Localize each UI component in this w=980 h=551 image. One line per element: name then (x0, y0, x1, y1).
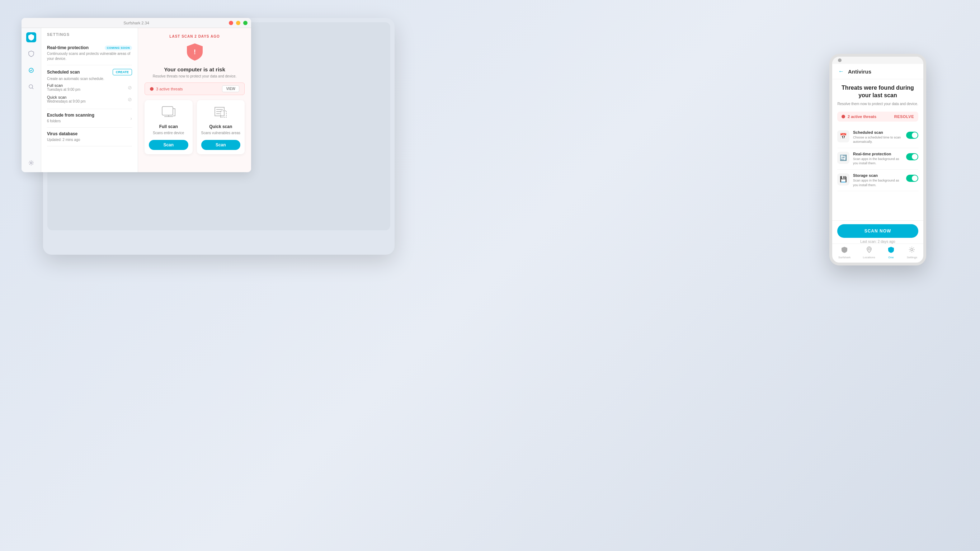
realtime-protection-desc: Scan apps in the background as you insta… (853, 157, 902, 166)
nav-surfshark[interactable]: Surfshark (838, 246, 851, 259)
full-scan-time: Tuesdays at 9:00 pm (47, 88, 80, 91)
surfshark-nav-icon (841, 246, 848, 255)
maximize-button[interactable] (243, 21, 248, 25)
quick-scan-card: Quick scan Scans vulnerables areas Scan (197, 100, 245, 154)
phone-threats-left: 2 active threats (842, 115, 877, 119)
titlebar-controls (229, 21, 248, 25)
phone-header-title: Antivirus (848, 68, 871, 75)
full-scan-edit-icon[interactable]: ⊘ (128, 84, 132, 91)
settings-exclude-desc: 6 folders (47, 119, 94, 124)
phone-threat-dot-icon (842, 115, 845, 118)
sidebar (22, 28, 41, 172)
quick-scan-icon (213, 106, 228, 121)
storage-scan-title: Storage scan (853, 173, 902, 178)
phone-notch (832, 57, 923, 64)
realtime-protection-info: Real-time protection Scan apps in the ba… (853, 152, 902, 166)
exclude-chevron-icon: › (130, 116, 132, 121)
phone-header: ← Antivirus (832, 64, 923, 79)
phone-mockup: ← Antivirus Threats were found during yo… (829, 54, 926, 266)
phone-nav: Surfshark Locations One (832, 244, 923, 260)
quick-scan-label: Quick scan (47, 95, 86, 99)
locations-nav-label: Locations (863, 256, 875, 259)
main-content: LAST SCAN 2 DAYS AGO ! Your computer is … (138, 28, 251, 172)
locations-nav-icon (865, 246, 873, 255)
surfshark-nav-label: Surfshark (838, 256, 851, 259)
settings-scheduled-desc: Create an automatic scan schedule. (47, 76, 132, 81)
settings-realtime-title: Real-time protection COMING SOON (47, 45, 132, 50)
nav-locations[interactable]: Locations (863, 246, 875, 259)
settings-nav-icon (908, 246, 915, 255)
settings-header: SETTINGS (47, 32, 132, 37)
full-scan-card-desc: Scans entire device (153, 131, 184, 135)
phone-threat-title: Threats were found during your last scan (837, 84, 918, 99)
svg-text:!: ! (194, 48, 196, 56)
settings-scheduled-item: Scheduled scan CREATE Create an automati… (47, 65, 132, 109)
scan-now-button[interactable]: SCAN NOW (837, 224, 918, 238)
app-body: SETTINGS Real-time protection COMING SOO… (22, 28, 251, 172)
storage-scan-icon: 💾 (837, 173, 850, 185)
app-titlebar: Surfshark 2.34 (22, 18, 251, 28)
scheduled-scan-toggle[interactable] (906, 132, 918, 139)
one-nav-icon (888, 246, 895, 255)
full-scan-label: Full scan (47, 83, 80, 88)
settings-virusdb-item: Virus database Updated: 2 mins ago (47, 128, 132, 147)
one-nav-label: One (888, 256, 894, 259)
phone-feature-realtime: 🔄 Real-time protection Scan apps in the … (837, 148, 918, 170)
settings-scheduled-title: Scheduled scan CREATE (47, 69, 132, 75)
quick-scan-card-desc: Scans vulnerables areas (201, 131, 241, 135)
full-scan-card-title: Full scan (159, 124, 178, 129)
threats-count-label: 3 active threats (150, 87, 183, 91)
sidebar-item-antivirus[interactable] (26, 65, 36, 75)
phone-feature-scheduled: 📅 Scheduled scan Choose a scheduled time… (837, 127, 918, 148)
realtime-protection-title: Real-time protection (853, 152, 902, 156)
realtime-protection-toggle[interactable] (906, 153, 918, 160)
resolve-threats-button[interactable]: RESOLVE (894, 115, 914, 119)
settings-exclude-item[interactable]: Exclude from scanning 6 folders › (47, 109, 132, 128)
create-scan-button[interactable]: CREATE (113, 69, 132, 75)
last-scan-text: Last scan: 2 days ago (832, 240, 923, 244)
sidebar-item-search[interactable] (26, 82, 36, 92)
scheduled-scan-info: Scheduled scan Choose a scheduled time t… (853, 130, 902, 144)
svg-point-1 (29, 84, 33, 88)
quick-scan-button[interactable]: Scan (201, 140, 241, 150)
settings-virusdb-desc: Updated: 2 mins ago (47, 137, 132, 142)
sidebar-item-shield[interactable] (26, 49, 36, 59)
settings-panel: SETTINGS Real-time protection COMING SOO… (41, 28, 138, 172)
minimize-button[interactable] (236, 21, 240, 25)
risk-desc: Resolve threats now to protect your data… (153, 74, 236, 78)
settings-realtime-desc: Continuously scans and protects vulnerab… (47, 51, 132, 61)
sidebar-item-settings[interactable] (26, 158, 36, 168)
app-title: Surfshark 2.34 (123, 21, 149, 25)
coming-soon-badge: COMING SOON (105, 46, 132, 50)
view-threats-button[interactable]: VIEW (222, 85, 239, 92)
phone-body: ← Antivirus Threats were found during yo… (832, 64, 923, 263)
phone-status-icon (838, 59, 842, 62)
phone-active-threats: 2 active threats (848, 115, 877, 119)
risk-shield-icon: ! (186, 43, 204, 61)
nav-one[interactable]: One (888, 246, 895, 259)
settings-nav-label: Settings (907, 256, 917, 259)
sidebar-logo (26, 32, 36, 42)
threat-dot-icon (150, 87, 154, 91)
risk-title: Your computer is at risk (164, 66, 225, 72)
full-scan-button[interactable]: Scan (149, 140, 188, 150)
quick-scan-edit-icon[interactable]: ⊘ (128, 97, 132, 102)
phone-threats-banner: 2 active threats RESOLVE (837, 111, 918, 122)
app-window: Surfshark 2.34 (22, 18, 251, 172)
phone-content: Threats were found during your last scan… (832, 79, 923, 220)
svg-point-2 (30, 162, 32, 164)
realtime-protection-icon: 🔄 (837, 152, 850, 164)
phone-footer: SCAN NOW Last scan: 2 days ago Surfshark… (832, 220, 923, 263)
storage-scan-desc: Scan apps in the background as you insta… (853, 178, 902, 187)
nav-settings[interactable]: Settings (907, 246, 917, 259)
phone-back-button[interactable]: ← (837, 67, 845, 75)
threats-banner: 3 active threats VIEW (145, 83, 245, 95)
scheduled-scan-desc: Choose a scheduled time to scan automati… (853, 135, 902, 144)
scan-cards: Full scan Scans entire device Scan (145, 100, 245, 154)
phone-feature-storage: 💾 Storage scan Scan apps in the backgrou… (837, 170, 918, 191)
settings-realtime-item: Real-time protection COMING SOON Continu… (47, 41, 132, 65)
svg-rect-4 (162, 107, 173, 115)
close-button[interactable] (229, 21, 233, 25)
storage-scan-info: Storage scan Scan apps in the background… (853, 173, 902, 187)
storage-scan-toggle[interactable] (906, 175, 918, 182)
